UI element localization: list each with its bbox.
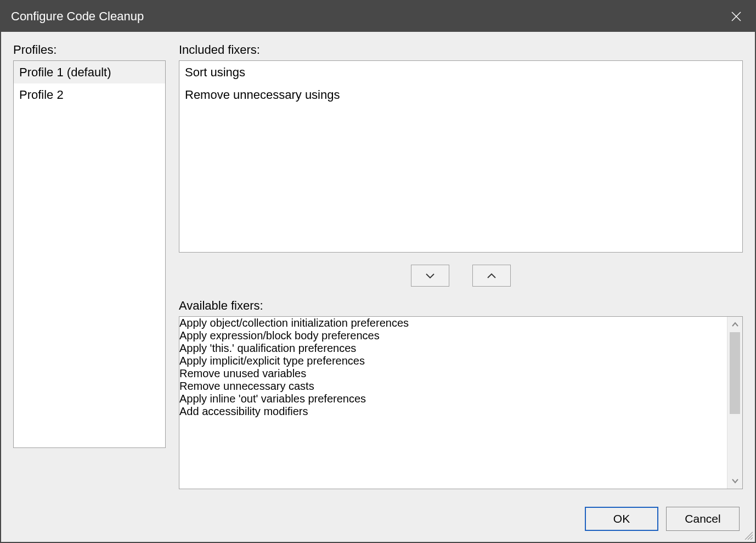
available-fixers-label: Available fixers: — [179, 299, 743, 313]
chevron-down-icon — [732, 478, 738, 484]
chevron-up-icon — [486, 272, 497, 279]
dialog-footer: OK Cancel — [13, 489, 743, 531]
ok-button-label: OK — [613, 512, 630, 525]
included-fixer-item[interactable]: Sort usings — [179, 61, 742, 83]
available-fixers-listbox[interactable]: Apply object/collection initialization p… — [179, 316, 743, 490]
move-buttons-row — [179, 253, 743, 299]
svg-line-3 — [748, 535, 753, 540]
profile-item[interactable]: Profile 1 (default) — [14, 61, 165, 83]
move-up-button[interactable] — [472, 265, 511, 287]
available-fixer-item[interactable]: Apply implicit/explicit type preferences — [179, 355, 727, 367]
svg-line-4 — [751, 538, 753, 540]
cancel-button[interactable]: Cancel — [666, 507, 740, 531]
included-fixers-label: Included fixers: — [179, 43, 743, 57]
profile-item[interactable]: Profile 2 — [14, 83, 165, 106]
close-button[interactable] — [725, 5, 747, 27]
profiles-listbox[interactable]: Profile 1 (default)Profile 2 — [13, 60, 166, 448]
scrollbar-track[interactable] — [727, 332, 742, 474]
available-fixer-item[interactable]: Apply object/collection initialization p… — [179, 317, 727, 329]
resize-grip[interactable] — [742, 529, 753, 540]
included-fixers-listbox[interactable]: Sort usingsRemove unnecessary usings — [179, 60, 743, 253]
available-fixer-item[interactable]: Apply inline 'out' variables preferences — [179, 393, 727, 405]
available-fixer-item[interactable]: Remove unnecessary casts — [179, 380, 727, 393]
chevron-down-icon — [425, 272, 436, 279]
window-title: Configure Code Cleanup — [11, 9, 144, 24]
dialog-content: Profiles: Profile 1 (default)Profile 2 I… — [1, 32, 755, 542]
titlebar: Configure Code Cleanup — [1, 1, 755, 32]
scroll-down-button[interactable] — [727, 473, 742, 489]
included-fixer-item[interactable]: Remove unnecessary usings — [179, 83, 742, 106]
available-fixer-item[interactable]: Add accessibility modifiers — [179, 405, 727, 418]
profiles-label: Profiles: — [13, 43, 166, 57]
scrollbar-vertical[interactable] — [727, 317, 742, 489]
available-fixer-item[interactable]: Apply expression/block body preferences — [179, 329, 727, 342]
ok-button[interactable]: OK — [585, 507, 658, 531]
close-icon — [731, 11, 742, 22]
chevron-up-icon — [732, 322, 738, 327]
dialog-window: Configure Code Cleanup Profiles: Profile… — [0, 0, 756, 543]
move-down-button[interactable] — [411, 265, 449, 287]
scrollbar-thumb[interactable] — [730, 332, 740, 414]
available-fixer-item[interactable]: Remove unused variables — [179, 367, 727, 380]
cancel-button-label: Cancel — [685, 512, 720, 525]
scroll-up-button[interactable] — [727, 317, 742, 332]
available-fixer-item[interactable]: Apply 'this.' qualification preferences — [179, 342, 727, 355]
